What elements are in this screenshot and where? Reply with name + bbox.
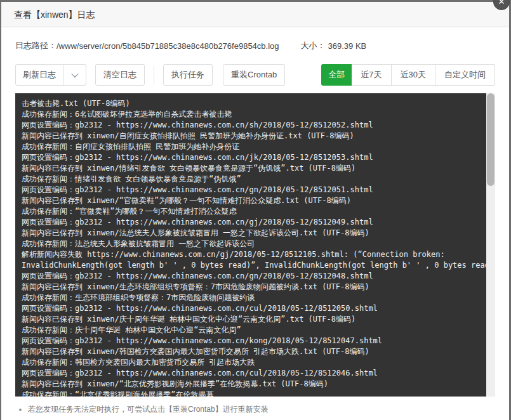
log-path-label: 日志路径： — [15, 40, 56, 51]
log-line: 网页设置编码：gb2312 - https://www.chinanews.co… — [22, 368, 479, 379]
refresh-log-button[interactable]: 刷新日志 — [15, 64, 63, 86]
dialog-title: 查看【xinwen】日志 — [1, 2, 509, 27]
log-line: 成功保存新闻：韩国检方突袭国内最大加密货币交易所 引起市场大跌 — [22, 357, 479, 368]
time-filter-group: 全部 近7天 近30天 自定义时间 — [321, 64, 495, 86]
log-line: 击者被击毙.txt (UTF-8编码) — [22, 98, 479, 109]
log-line: 网页设置编码：gb2312 - https://www.chinanews.co… — [22, 271, 479, 282]
log-line: 新闻内容已保存到 xinwen/情绪引发食欲 女白领暴饮暴食竟是源于“伪饥饿”.… — [22, 163, 479, 174]
filter-custom-time-button[interactable]: 自定义时间 — [435, 64, 495, 86]
log-line: 网页设置编码：gb2312 - https://www.chinanews.co… — [22, 185, 479, 195]
log-line: 网页设置编码：gb2312 - https://www.chinanews.co… — [22, 336, 479, 346]
log-line: InvalidChunkLength(got length b' ' , 0 b… — [22, 260, 479, 271]
bullet-icon — [19, 409, 22, 411]
log-line: 成功保存新闻：自闭症女孩怕排队拍照 民警加班为她补办身份证 — [22, 141, 479, 152]
log-line: 新闻内容已保存到 xinwen/韩国检方突袭国内最大加密货币交易所 引起市场大跌… — [22, 346, 479, 357]
execute-task-button[interactable]: 执行任务 — [163, 64, 213, 86]
footer-tip: 若您发现任务无法定时执行，可尝试点击【重装Crontab】进行重新安装 — [19, 404, 495, 415]
log-size-value: 369.39 KB — [328, 41, 367, 51]
filter-7days-button[interactable]: 近7天 — [352, 64, 391, 86]
log-line: 网页设置编码：gb2312 - https://www.chinanews.co… — [22, 303, 479, 314]
log-line: 成功保存新闻：“北京优秀影视剧海外展播季”在伦敦揭幕 — [22, 390, 479, 397]
log-line: 新闻内容已保存到 xinwen/“北京优秀影视剧海外展播季”在伦敦揭幕.txt … — [22, 379, 479, 390]
log-line: 成功保存新闻：生态环境部组织专项督察：7市因危险废物问题被约谈 — [22, 292, 479, 303]
footer-tip-text: 若您发现任务无法定时执行，可尝试点击【重装Crontab】进行重新安装 — [28, 404, 269, 415]
log-line: 成功保存新闻：庆十周年华诞 柏林中国文化中心迎“云南文化周” — [22, 325, 479, 336]
log-lines: 击者被击毙.txt (UTF-8编码)成功保存新闻：6名试图破坏伊拉克选举的自杀… — [22, 98, 479, 397]
log-viewer-dialog: ✕ 查看【xinwen】日志 日志路径： /www/server/cron/5b… — [1, 2, 509, 420]
filter-30days-button[interactable]: 近30天 — [392, 64, 435, 86]
log-path-value: /www/server/cron/5b845b71885c38e8c480b27… — [56, 41, 279, 51]
log-output[interactable]: 击者被击毙.txt (UTF-8编码)成功保存新闻：6名试图破坏伊拉克选举的自杀… — [15, 93, 495, 397]
log-line: 网页设置编码：gb2312 - https://www.chinanews.co… — [22, 217, 479, 228]
log-line: 新闻内容已保存到 xinwen/庆十周年华诞 柏林中国文化中心迎“云南文化周”.… — [22, 314, 479, 325]
log-line: 网页设置编码：gb2312 - https://www.chinanews.co… — [22, 152, 479, 163]
log-line: 成功保存新闻：法总统夫人形象被抗皱霜冒用 一怒之下欲起诉该公司 — [22, 239, 479, 249]
chevron-down-icon — [71, 70, 78, 77]
log-size-label: 大小： — [301, 40, 326, 51]
toolbar: 刷新日志 清空日志 执行任务 重装Crontab 全部 近7天 近30天 自定义… — [15, 64, 495, 86]
clear-log-button[interactable]: 清空日志 — [95, 64, 145, 86]
toolbar-divider — [154, 66, 154, 84]
log-meta-row: 日志路径： /www/server/cron/5b845b71885c38e8c… — [15, 40, 495, 51]
log-line: 解析新闻内容失败 https://www.chinanews.com.cn/gj… — [22, 249, 479, 260]
log-line: 新闻内容已保存到 xinwen/自闭症女孩怕排队拍照 民警加班为她补办身份证.t… — [22, 131, 479, 141]
log-line: 新闻内容已保存到 xinwen/法总统夫人形象被抗皱霜冒用 一怒之下欲起诉该公司… — [22, 228, 479, 239]
log-line: 成功保存新闻：“官微卖鞋”为哪般？一句不知情难打消公众疑虑 — [22, 206, 479, 217]
log-scrollbar-thumb[interactable] — [487, 93, 494, 186]
log-line: 成功保存新闻：情绪引发食欲 女白领暴饮暴食竟是源于“伪饥饿” — [22, 174, 479, 185]
log-line: 新闻内容已保存到 xinwen/生态环境部组织专项督察：7市因危险废物问题被约谈… — [22, 282, 479, 292]
refresh-dropdown-button[interactable] — [63, 64, 86, 86]
log-line: 新闻内容已保存到 xinwen/“官微卖鞋”为哪般？一句不知情难打消公众疑虑.t… — [22, 195, 479, 206]
log-line: 成功保存新闻：6名试图破坏伊拉克选举的自杀式袭击者被击毙 — [22, 109, 479, 120]
filter-all-button[interactable]: 全部 — [321, 64, 352, 86]
log-line: 网页设置编码：gb2312 - https://www.chinanews.co… — [22, 120, 479, 131]
log-scrollbar[interactable] — [486, 93, 495, 397]
reinstall-crontab-button[interactable]: 重装Crontab — [223, 64, 285, 86]
